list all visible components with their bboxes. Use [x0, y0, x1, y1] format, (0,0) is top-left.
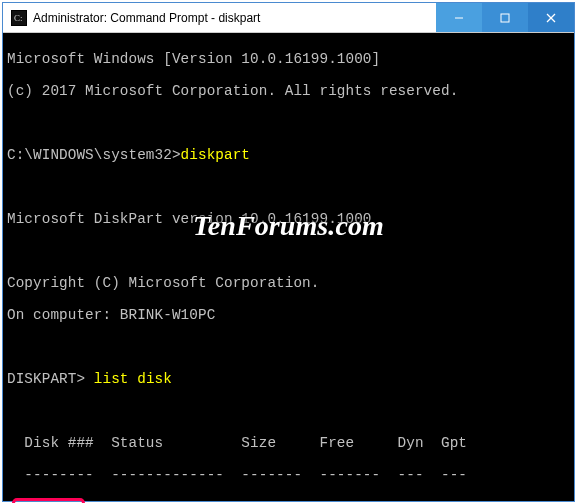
header-line: Microsoft Windows [Version 10.0.16199.10… [7, 51, 570, 67]
svg-text:C:: C: [14, 13, 23, 23]
titlebar[interactable]: C: Administrator: Command Prompt - diskp… [3, 3, 574, 33]
prompt-line: C:\WINDOWS\system32>diskpart [7, 147, 570, 163]
table-header: Disk ### Status Size Free Dyn Gpt [7, 435, 570, 451]
header-line: (c) 2017 Microsoft Corporation. All righ… [7, 83, 570, 99]
close-button[interactable] [528, 3, 574, 32]
table-rule: -------- ------------- ------- ------- -… [7, 467, 570, 483]
diskpart-computer: On computer: BRINK-W10PC [7, 307, 570, 323]
maximize-button[interactable] [482, 3, 528, 32]
highlight-box [12, 498, 85, 503]
diskpart-copyright: Copyright (C) Microsoft Corporation. [7, 275, 570, 291]
disk-table: Disk 0 Online 238 GB 0 B * Disk 1 Online… [7, 499, 570, 503]
cmd-window: C: Administrator: Command Prompt - diskp… [2, 2, 575, 502]
minimize-button[interactable] [436, 3, 482, 32]
terminal-output[interactable]: Microsoft Windows [Version 10.0.16199.10… [3, 33, 574, 501]
diskpart-version: Microsoft DiskPart version 10.0.16199.10… [7, 211, 570, 227]
svg-rect-4 [501, 14, 509, 22]
window-title: Administrator: Command Prompt - diskpart [33, 11, 436, 25]
window-buttons [436, 3, 574, 32]
prompt-line: DISKPART> list disk [7, 371, 570, 387]
cmd-icon: C: [11, 10, 27, 26]
